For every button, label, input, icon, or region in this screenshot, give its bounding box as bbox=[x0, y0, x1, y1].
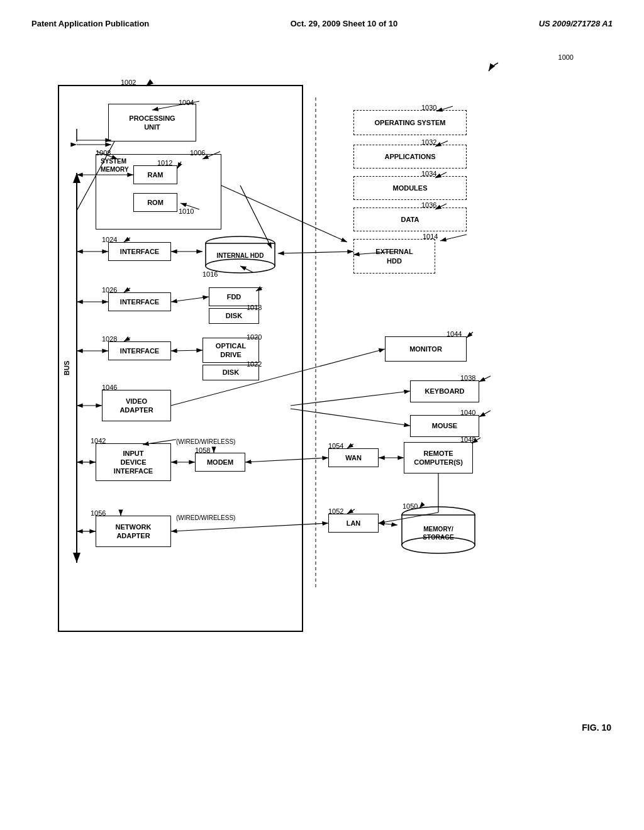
ref-1006: 1006 bbox=[190, 149, 205, 157]
mouse-box: MOUSE bbox=[410, 415, 479, 437]
ref-1044: 1044 bbox=[447, 330, 462, 338]
ref-1022: 1022 bbox=[247, 360, 262, 368]
ref-1052: 1052 bbox=[328, 507, 343, 515]
ref-1058: 1058 bbox=[195, 446, 210, 454]
ref-1026: 1026 bbox=[102, 286, 117, 294]
interface3-box: INTERFACE bbox=[108, 341, 171, 360]
svg-text:STORAGE: STORAGE bbox=[423, 534, 454, 541]
header-left: Patent Application Publication bbox=[31, 19, 149, 28]
svg-line-45 bbox=[291, 391, 410, 406]
ref-1012: 1012 bbox=[157, 159, 172, 167]
keyboard-box: KEYBOARD bbox=[410, 380, 479, 402]
svg-line-47 bbox=[467, 332, 473, 338]
ref-1056: 1056 bbox=[91, 509, 106, 517]
ref-1036: 1036 bbox=[421, 201, 436, 209]
network-adapter-box: NETWORKADAPTER bbox=[96, 516, 171, 547]
ref-1020: 1020 bbox=[247, 333, 262, 341]
remote-computer-box: REMOTECOMPUTER(S) bbox=[404, 442, 473, 473]
header: Patent Application Publication Oct. 29, … bbox=[13, 13, 631, 35]
interface2-box: INTERFACE bbox=[108, 292, 171, 311]
ref-1000: 1000 bbox=[558, 53, 574, 61]
ref-1046: 1046 bbox=[102, 384, 117, 391]
header-right: US 2009/271728 A1 bbox=[539, 19, 613, 28]
wired-wireless1-label: (WIRED/WIRELESS) bbox=[176, 438, 235, 445]
svg-line-60 bbox=[347, 509, 355, 514]
system-memory-label: SYSTEMMEMORY bbox=[101, 157, 129, 174]
input-device-interface-box: INPUTDEVICEINTERFACE bbox=[96, 443, 171, 481]
memory-storage-svg: MEMORY/ STORAGE bbox=[397, 506, 479, 556]
ref-1002: 1002 bbox=[121, 79, 136, 86]
modules-box: MODULES bbox=[353, 176, 467, 200]
svg-line-46 bbox=[291, 409, 410, 426]
ref-1016: 1016 bbox=[203, 270, 218, 278]
bus-label: BUS bbox=[63, 236, 70, 500]
optical-drive-box: OPTICALDRIVE bbox=[203, 338, 259, 363]
ref-1034: 1034 bbox=[421, 170, 436, 177]
ref-1032: 1032 bbox=[421, 138, 436, 146]
wired-wireless2-label: (WIRED/WIRELESS) bbox=[176, 514, 235, 521]
ref-1028: 1028 bbox=[102, 335, 117, 343]
video-adapter-box: VIDEOADAPTER bbox=[102, 390, 171, 421]
modem-box: MODEM bbox=[195, 453, 245, 472]
data-box: DATA bbox=[353, 208, 467, 231]
svg-line-55 bbox=[347, 444, 353, 448]
header-center: Oct. 29, 2009 Sheet 10 of 10 bbox=[291, 19, 398, 28]
diagram-area: 1000 1002 BUS PROCESSINGUNIT 1004 1006 1… bbox=[20, 47, 624, 739]
wan-box: WAN bbox=[328, 448, 379, 467]
ref-1050: 1050 bbox=[402, 502, 418, 510]
svg-line-43 bbox=[440, 235, 467, 241]
ref-1018: 1018 bbox=[247, 304, 262, 311]
applications-box: APPLICATIONS bbox=[353, 145, 467, 169]
ref-1048: 1048 bbox=[460, 436, 475, 443]
monitor-box: MONITOR bbox=[385, 336, 467, 362]
ref-1054: 1054 bbox=[328, 442, 343, 450]
interface1-box: INTERFACE bbox=[108, 242, 171, 261]
svg-line-49 bbox=[479, 411, 491, 417]
ref-1038: 1038 bbox=[460, 374, 475, 382]
ref-1010: 1010 bbox=[179, 208, 194, 215]
ref-1014: 1014 bbox=[423, 233, 438, 240]
fig-label: FIG. 10 bbox=[582, 722, 611, 733]
ref-1042: 1042 bbox=[91, 437, 106, 445]
svg-text:MEMORY/: MEMORY/ bbox=[423, 526, 453, 533]
internal-hdd-svg: INTERNAL HDD bbox=[203, 236, 278, 274]
rom-box: ROM bbox=[133, 193, 177, 212]
svg-line-58 bbox=[379, 523, 397, 525]
external-hdd-box: EXTERNALHDD bbox=[353, 239, 435, 274]
ref-1024: 1024 bbox=[102, 236, 117, 243]
ref-1008: 1008 bbox=[96, 149, 111, 157]
ref-1040: 1040 bbox=[460, 409, 475, 416]
ref-1030: 1030 bbox=[421, 104, 436, 111]
lan-box: LAN bbox=[328, 514, 379, 533]
ram-box: RAM bbox=[133, 165, 177, 184]
svg-text:INTERNAL HDD: INTERNAL HDD bbox=[217, 252, 264, 259]
operating-system-box: OPERATING SYSTEM bbox=[353, 110, 467, 135]
processing-unit-box: PROCESSINGUNIT bbox=[108, 104, 196, 141]
page: Patent Application Publication Oct. 29, … bbox=[0, 0, 644, 830]
ref-1004: 1004 bbox=[179, 99, 194, 106]
svg-line-48 bbox=[479, 376, 491, 382]
memory-storage-container: MEMORY/ STORAGE bbox=[397, 506, 479, 559]
